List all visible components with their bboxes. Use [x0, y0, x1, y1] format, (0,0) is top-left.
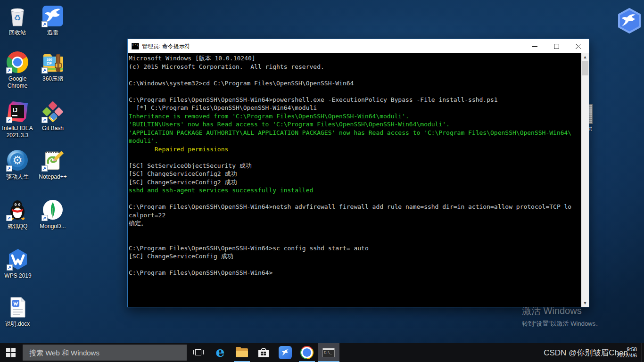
start-button[interactable] — [0, 343, 22, 362]
console-line: C:\Program Files\OpenSSH\OpenSSH-Win64> — [129, 269, 580, 277]
taskbar: e ⌃ 9:58 2022/4/6 CSDN @你别皱眉Chen — [0, 343, 644, 362]
show-desktop-button[interactable] — [642, 343, 644, 362]
console-line: 确定。 — [129, 219, 580, 228]
qq-penguin-icon — [6, 198, 29, 221]
shortcut-arrow-icon — [41, 67, 48, 74]
taskbar-edge-button[interactable]: e — [209, 343, 231, 362]
chrome-icon — [6, 51, 29, 74]
scrollbar-up-arrow-icon[interactable]: ▲ — [581, 53, 589, 61]
console-line: Microsoft Windows [版本 10.0.10240] — [129, 54, 580, 63]
console-line: (c) 2015 Microsoft Corporation. All righ… — [129, 63, 580, 71]
drive-genius-gear-icon: ⚙ — [6, 149, 29, 172]
console-line: 'APPLICATION PACKAGE AUTHORITY\ALL APPLI… — [129, 129, 580, 137]
close-button[interactable] — [567, 39, 589, 53]
taskbar-search-box[interactable] — [23, 345, 187, 361]
console-line: calport=22 — [129, 211, 580, 220]
console-line: C:\Windows\system32>cd C:\Program Files\… — [129, 79, 580, 88]
windows-store-icon — [258, 348, 269, 357]
recycle-bin-icon: ♻ — [6, 5, 29, 27]
task-view-icon — [193, 349, 204, 356]
console-line: [*] C:\Program Files\OpenSSH\OpenSSH-Win… — [129, 104, 580, 112]
console-line: sshd and ssh-agent services successfully… — [129, 186, 580, 195]
svg-text:360: 360 — [47, 58, 52, 61]
desktop: ♻ 回收站 迅雷 Google Chrome 360ZIP 360压缩 IJ I… — [0, 0, 644, 362]
desktop-icon-notepad-plus-plus[interactable]: Notepad++ — [33, 149, 73, 181]
console-line: C:\Program Files\OpenSSH\OpenSSH-Win64>s… — [129, 244, 580, 253]
icon-label: 说明.docx — [5, 321, 30, 328]
console-line — [129, 153, 580, 162]
system-tray: ⌃ 9:58 2022/4/6 CSDN @你别皱眉Chen — [602, 343, 644, 362]
window-title-bar[interactable]: 管理员: 命令提示符 — [128, 39, 589, 53]
console-scrollbar[interactable]: ▲ ▼ — [581, 53, 589, 307]
word-document-icon — [6, 296, 29, 319]
xunlei-icon — [41, 5, 64, 27]
console-line: [SC] ChangeServiceConfig2 成功 — [129, 170, 580, 178]
minimize-button[interactable] — [524, 39, 545, 53]
notepad-plus-plus-icon — [41, 149, 64, 172]
activation-line2: 转到“设置”以激活 Windows。 — [522, 320, 602, 328]
activation-watermark: 激活 Windows 转到“设置”以激活 Windows。 — [522, 304, 602, 328]
console-line: [SC] ChangeServiceConfig 成功 — [129, 252, 580, 261]
desktop-icon-readme-docx[interactable]: 说明.docx — [1, 296, 34, 328]
file-explorer-icon — [236, 348, 248, 357]
maximize-button[interactable] — [545, 39, 567, 53]
taskbar-chrome-button[interactable] — [296, 343, 318, 362]
mongodb-leaf-icon — [41, 198, 64, 221]
cmd-icon — [322, 348, 335, 357]
console-line: moduli'. — [129, 137, 580, 145]
shortcut-arrow-icon — [41, 165, 48, 172]
svg-text:⚙: ⚙ — [12, 154, 23, 166]
console-line: Repaired permissions — [129, 145, 580, 154]
svg-text:ZIP: ZIP — [47, 62, 52, 65]
desktop-icon-recycle-bin[interactable]: ♻ 回收站 — [1, 5, 34, 36]
icon-label: WPS 2019 — [4, 272, 31, 280]
console-line: C:\Program Files\OpenSSH\OpenSSH-Win64>p… — [129, 96, 580, 104]
desktop-icon-google-chrome[interactable]: Google Chrome — [1, 51, 34, 90]
scrollbar-down-arrow-icon[interactable]: ▼ — [581, 299, 589, 307]
desktop-icon-tencent-qq[interactable]: 腾讯QQ — [1, 198, 34, 230]
taskbar-explorer-button[interactable] — [231, 343, 253, 362]
scrollbar-thumb[interactable] — [582, 61, 588, 75]
desktop-icon-mongodb[interactable]: MongoD... — [33, 198, 73, 230]
taskbar-cmd-button[interactable] — [318, 343, 339, 362]
shortcut-arrow-icon — [7, 264, 13, 271]
search-input[interactable] — [23, 349, 187, 357]
desktop-icon-drive-genius[interactable]: ⚙ 驱动人生 — [1, 149, 34, 181]
tray-clock[interactable]: 9:58 2022/4/6 — [610, 346, 637, 359]
icon-label: Git Bash — [42, 125, 64, 132]
svg-text:IJ: IJ — [13, 107, 17, 114]
tray-date: 2022/4/6 — [610, 353, 637, 359]
console-line: 'BUILTIN\Users' now has Read access to '… — [129, 120, 580, 129]
desktop-icon-wps-2019[interactable]: WPS 2019 — [1, 248, 35, 280]
xunlei-floating-widget[interactable] — [617, 8, 642, 34]
icon-label: 腾讯QQ — [8, 223, 28, 230]
window-title: 管理员: 命令提示符 — [142, 42, 524, 50]
partially-hidden-desktop-icon[interactable] — [589, 104, 593, 124]
icon-label: 360压缩 — [42, 75, 63, 82]
icon-label: Notepad++ — [39, 173, 66, 181]
desktop-icon-360zip[interactable]: 360ZIP 360压缩 — [36, 51, 70, 82]
shortcut-arrow-icon — [6, 117, 12, 123]
console-line — [129, 236, 580, 244]
icon-label: IntelliJ IDEA 2021.3.3 — [1, 125, 34, 139]
taskbar-xunlei-button[interactable] — [274, 343, 296, 362]
hidden-icons-chevron-icon[interactable]: ⌃ — [602, 350, 606, 356]
desktop-icon-xunlei[interactable]: 迅雷 — [36, 5, 70, 36]
windows-logo-icon — [6, 348, 16, 357]
cmd-icon — [132, 43, 139, 49]
icon-label: 驱动人生 — [6, 173, 29, 181]
taskbar-store-button[interactable] — [253, 343, 274, 362]
svg-text:♻: ♻ — [14, 14, 21, 23]
icon-label: MongoD... — [40, 223, 66, 230]
task-view-button[interactable] — [188, 343, 209, 362]
console-line — [129, 71, 580, 79]
shortcut-arrow-icon — [6, 165, 12, 172]
desktop-icon-git-bash[interactable]: Git Bash — [36, 100, 70, 132]
edge-icon: e — [215, 345, 224, 359]
shortcut-arrow-icon — [41, 215, 48, 221]
icon-label: 回收站 — [9, 29, 26, 36]
shortcut-arrow-icon — [6, 67, 12, 74]
console-output-area: Microsoft Windows [版本 10.0.10240] (c) 20… — [128, 53, 589, 307]
desktop-icon-intellij-idea[interactable]: IJ IntelliJ IDEA 2021.3.3 — [1, 100, 34, 139]
console-line: [SC] SetServiceObjectSecurity 成功 — [129, 162, 580, 170]
